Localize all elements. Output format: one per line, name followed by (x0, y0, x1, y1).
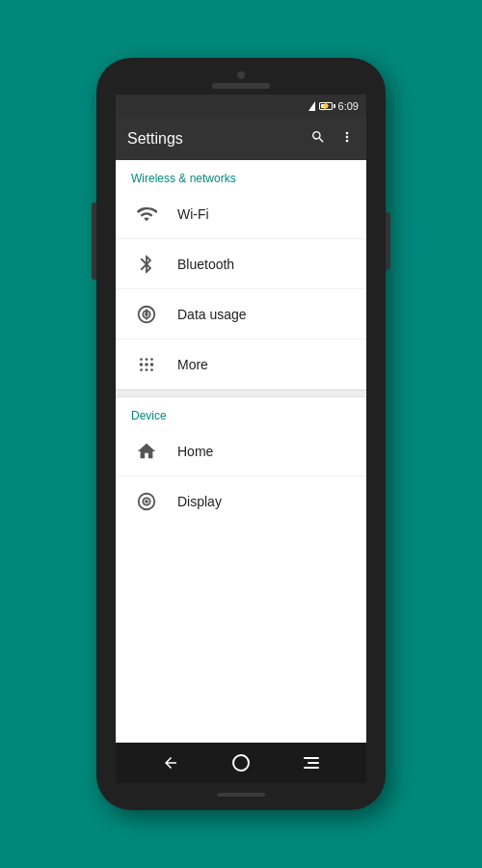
recents-button[interactable] (292, 744, 331, 782)
svg-point-3 (145, 363, 148, 366)
phone-frame: ⚡ 6:09 Settings (96, 58, 386, 810)
settings-item-data-usage[interactable]: Data usage (116, 289, 366, 339)
app-bar: Settings (116, 118, 366, 160)
home-circle (232, 754, 250, 772)
home-indicator (217, 793, 265, 797)
more-label: More (177, 357, 208, 372)
wifi-icon (131, 203, 162, 225)
home-label: Home (177, 444, 213, 459)
status-icons: ⚡ 6:09 (308, 100, 359, 112)
phone-top (96, 58, 386, 95)
svg-point-6 (146, 358, 148, 361)
section-header-wireless: Wireless & networks (116, 160, 366, 189)
status-time: 6:09 (338, 100, 359, 112)
data-usage-icon (131, 304, 162, 325)
svg-point-4 (150, 363, 154, 366)
app-bar-title: Settings (127, 130, 310, 148)
more-options-icon[interactable] (339, 129, 355, 149)
settings-item-home[interactable]: Home (116, 426, 366, 476)
svg-point-1 (145, 312, 148, 316)
speaker (212, 83, 270, 89)
app-bar-icons (310, 129, 355, 149)
back-button[interactable] (151, 744, 190, 782)
home-icon (131, 441, 162, 462)
settings-item-bluetooth[interactable]: Bluetooth (116, 239, 366, 289)
data-usage-label: Data usage (177, 307, 247, 322)
search-icon[interactable] (310, 129, 326, 149)
battery-icon: ⚡ (319, 102, 333, 110)
svg-point-13 (145, 500, 148, 503)
svg-point-2 (140, 363, 144, 366)
phone-bottom (96, 783, 386, 810)
section-divider (116, 390, 366, 397)
status-bar: ⚡ 6:09 (116, 95, 366, 118)
nav-bar (116, 743, 366, 783)
bluetooth-icon (131, 254, 162, 275)
section-header-device: Device (116, 397, 366, 426)
svg-point-8 (140, 368, 143, 371)
wifi-label: Wi-Fi (177, 206, 209, 222)
home-button[interactable] (222, 744, 260, 782)
settings-list: Wireless & networks Wi-Fi Bluetooth (116, 160, 366, 743)
svg-point-10 (150, 368, 153, 371)
settings-item-display[interactable]: Display (116, 476, 366, 527)
signal-icon (308, 101, 315, 111)
display-icon (131, 491, 162, 512)
svg-point-9 (146, 368, 148, 371)
front-camera (237, 71, 245, 79)
settings-item-wifi[interactable]: Wi-Fi (116, 189, 366, 239)
screen: ⚡ 6:09 Settings (116, 95, 366, 783)
display-label: Display (177, 494, 222, 509)
bluetooth-label: Bluetooth (177, 257, 234, 272)
more-icon (131, 354, 162, 375)
settings-item-more[interactable]: More (116, 339, 366, 390)
svg-point-7 (150, 358, 153, 361)
svg-point-5 (140, 358, 143, 361)
recents-icon (304, 757, 319, 769)
